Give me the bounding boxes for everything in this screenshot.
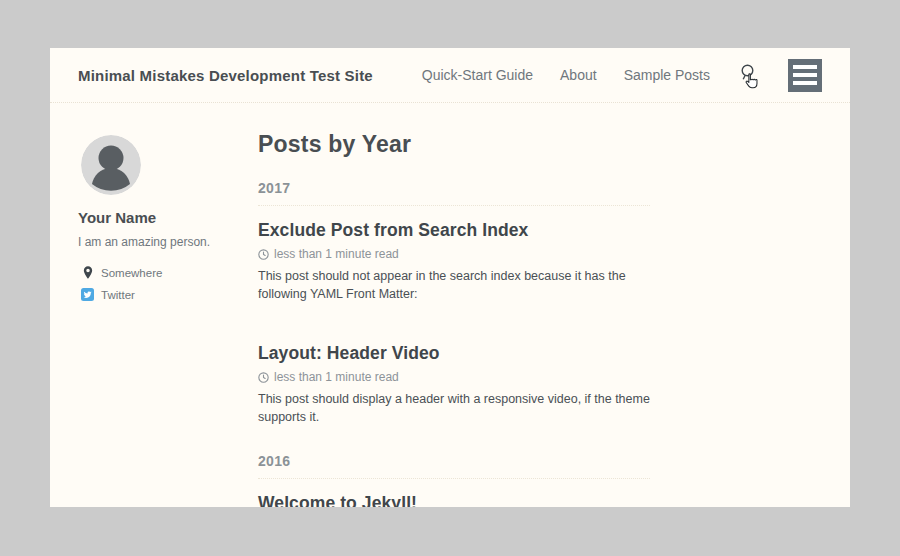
author-name: Your Name [78, 209, 258, 226]
year-heading: 2016 [258, 453, 650, 479]
post-item: Welcome to Jekyll! less than 1 minute re… [258, 493, 650, 508]
author-sidebar: Your Name I am an amazing person. Somewh… [78, 131, 258, 507]
post-item: Exclude Post from Search Index less than… [258, 220, 650, 329]
page-title: Posts by Year [258, 131, 650, 158]
author-link-location[interactable]: Somewhere [78, 266, 258, 280]
post-meta: less than 1 minute read [258, 370, 650, 384]
post-meta-text: less than 1 minute read [274, 247, 399, 261]
masthead: Minimal Mistakes Development Test Site Q… [50, 48, 850, 103]
clock-icon [258, 249, 269, 260]
page-content: Your Name I am an amazing person. Somewh… [50, 103, 850, 507]
location-pin-icon [81, 266, 94, 280]
author-links: Somewhere Twitter [78, 266, 258, 301]
section-posts: Welcome to Jekyll! less than 1 minute re… [258, 493, 650, 508]
author-link-label: Twitter [101, 289, 135, 301]
post-title[interactable]: Exclude Post from Search Index [258, 220, 650, 241]
nav-item-about[interactable]: About [560, 67, 597, 83]
site-title[interactable]: Minimal Mistakes Development Test Site [78, 67, 373, 84]
post-meta-text: less than 1 minute read [274, 370, 399, 384]
author-avatar [81, 135, 141, 195]
search-icon [739, 64, 756, 81]
section-posts: Exclude Post from Search Index less than… [258, 220, 650, 431]
post-excerpt: This post should not appear in the searc… [258, 267, 650, 329]
masthead-nav: Quick-Start Guide About Sample Posts [422, 59, 822, 92]
site-page-card: Minimal Mistakes Development Test Site Q… [50, 48, 850, 507]
search-button[interactable] [739, 64, 759, 86]
year-heading: 2017 [258, 180, 650, 206]
main-column: Posts by Year 2017 Exclude Post from Sea… [258, 131, 650, 507]
hamburger-menu-button[interactable] [788, 59, 822, 92]
hamburger-menu-icon [793, 65, 817, 69]
author-link-twitter[interactable]: Twitter [78, 288, 258, 301]
post-meta: less than 1 minute read [258, 247, 650, 261]
author-link-label: Somewhere [101, 267, 162, 279]
year-section: 2017 Exclude Post from Search Index less… [258, 180, 650, 431]
nav-item-sample-posts[interactable]: Sample Posts [624, 67, 710, 83]
post-excerpt: This post should display a header with a… [258, 390, 650, 430]
post-title[interactable]: Layout: Header Video [258, 343, 650, 364]
post-title[interactable]: Welcome to Jekyll! [258, 493, 650, 508]
clock-icon [258, 372, 269, 383]
author-bio: I am an amazing person. [78, 235, 258, 249]
person-silhouette-icon [81, 135, 141, 195]
year-section: 2016 Welcome to Jekyll! less than 1 minu… [258, 453, 650, 508]
post-sections: 2017 Exclude Post from Search Index less… [258, 180, 650, 507]
nav-item-quick-start-guide[interactable]: Quick-Start Guide [422, 67, 533, 83]
desktop-background: { "masthead": { "site_title": "Minimal M… [0, 0, 900, 556]
twitter-icon [81, 288, 94, 301]
post-item: Layout: Header Video less than 1 minute … [258, 343, 650, 430]
